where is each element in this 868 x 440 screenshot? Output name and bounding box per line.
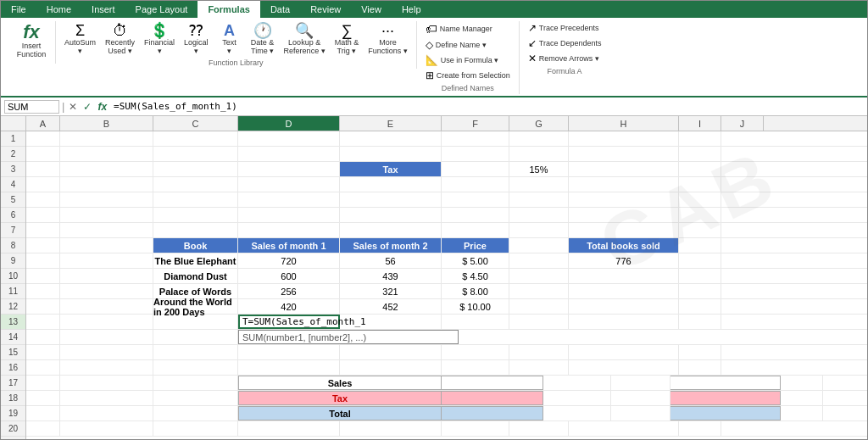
cell[interactable] <box>679 147 721 161</box>
recently-used-button[interactable]: ⏱ RecentlyUsed ▾ <box>102 21 138 57</box>
cell[interactable] <box>153 330 238 344</box>
cell[interactable] <box>509 269 569 283</box>
cell[interactable] <box>26 223 60 237</box>
cell[interactable] <box>442 315 509 329</box>
col-header-c[interactable]: C <box>153 116 238 131</box>
cell[interactable] <box>679 421 721 436</box>
cell[interactable] <box>679 238 721 253</box>
row-num-12[interactable]: 12 <box>1 299 25 315</box>
cell[interactable] <box>569 162 679 176</box>
cell[interactable] <box>153 223 238 237</box>
cell[interactable] <box>509 192 569 207</box>
cell[interactable] <box>721 238 867 253</box>
col-header-d[interactable]: D <box>238 116 340 131</box>
row-num-9[interactable]: 9 <box>1 253 25 269</box>
cell[interactable] <box>679 162 721 176</box>
cell[interactable] <box>26 162 60 176</box>
cell[interactable] <box>238 223 340 237</box>
cell[interactable] <box>569 147 679 161</box>
cell[interactable] <box>721 269 867 283</box>
cell[interactable] <box>340 177 442 192</box>
confirm-button[interactable]: ✓ <box>81 101 93 113</box>
cell[interactable] <box>509 360 569 375</box>
cell[interactable] <box>442 208 509 222</box>
cell[interactable] <box>238 360 340 375</box>
cell[interactable] <box>340 360 442 375</box>
cell[interactable] <box>509 147 569 161</box>
cell[interactable] <box>569 421 679 436</box>
cell[interactable] <box>60 253 153 268</box>
trace-dependents-button[interactable]: ↙ Trace Dependents <box>525 36 605 50</box>
cell[interactable] <box>26 192 60 207</box>
cell-c9[interactable]: The Blue Elephant <box>153 253 238 268</box>
cell[interactable] <box>26 315 60 329</box>
cell[interactable] <box>721 147 867 161</box>
cell-e19[interactable] <box>442 406 543 421</box>
cell[interactable] <box>509 208 569 222</box>
cell[interactable] <box>26 269 60 283</box>
cell[interactable] <box>26 131 60 146</box>
row-num-4[interactable]: 4 <box>1 177 25 192</box>
cell[interactable] <box>60 192 153 207</box>
cell[interactable] <box>60 376 153 390</box>
cell[interactable] <box>721 162 867 176</box>
cell[interactable] <box>60 238 153 253</box>
cell-f9[interactable]: $ 5.00 <box>442 253 509 268</box>
cell[interactable] <box>442 345 509 359</box>
cell[interactable] <box>60 299 153 314</box>
cell-h19[interactable] <box>670 406 781 421</box>
cell[interactable] <box>26 376 60 390</box>
tab-help[interactable]: Help <box>392 1 431 18</box>
cell-d11[interactable]: 256 <box>238 284 340 298</box>
cell-c8-book[interactable]: Book <box>153 238 238 253</box>
cell[interactable] <box>543 406 611 421</box>
cell-e11[interactable]: 321 <box>340 284 442 298</box>
cell[interactable] <box>721 345 867 359</box>
cell[interactable] <box>543 376 611 390</box>
cell-d18-tax[interactable]: Tax <box>238 391 442 405</box>
cell-c10[interactable]: Diamond Dust <box>153 269 238 283</box>
row-num-14[interactable]: 14 <box>1 330 25 345</box>
cell[interactable] <box>611 406 670 421</box>
cell[interactable] <box>26 406 60 421</box>
cell[interactable] <box>611 391 670 405</box>
cell[interactable] <box>569 269 679 283</box>
cell[interactable] <box>442 223 509 237</box>
cell[interactable] <box>721 284 867 298</box>
cell[interactable] <box>569 131 679 146</box>
insert-function-button[interactable]: fx InsertFunction <box>13 21 50 60</box>
cell[interactable] <box>26 177 60 192</box>
cell[interactable] <box>153 360 238 375</box>
cell[interactable] <box>26 421 60 436</box>
cell[interactable] <box>509 421 569 436</box>
cell-g3-15pct[interactable]: 15% <box>509 162 569 176</box>
cell[interactable] <box>679 315 721 329</box>
cell[interactable] <box>153 208 238 222</box>
date-time-button[interactable]: 🕐 Date &Time ▾ <box>248 21 278 57</box>
cell[interactable] <box>153 406 238 421</box>
row-num-11[interactable]: 11 <box>1 284 25 299</box>
cell[interactable] <box>60 147 153 161</box>
cell[interactable] <box>721 315 867 329</box>
row-num-20[interactable]: 20 <box>1 421 25 437</box>
cell[interactable] <box>721 360 867 375</box>
cell-d10[interactable]: 600 <box>238 269 340 283</box>
cell[interactable] <box>679 299 721 314</box>
cell[interactable] <box>26 147 60 161</box>
cell[interactable] <box>238 421 340 436</box>
row-num-6[interactable]: 6 <box>1 208 25 223</box>
cell-h8-total[interactable]: Total books sold <box>569 238 679 253</box>
cell[interactable] <box>60 345 153 359</box>
cell[interactable] <box>442 192 509 207</box>
cell[interactable] <box>153 177 238 192</box>
cell[interactable] <box>823 406 867 421</box>
cell[interactable] <box>340 223 442 237</box>
cell-e12[interactable]: 452 <box>340 299 442 314</box>
cell[interactable] <box>442 162 509 176</box>
cell-h17[interactable] <box>670 376 781 390</box>
cell[interactable] <box>26 238 60 253</box>
cell[interactable] <box>153 162 238 176</box>
cell-d17-sales[interactable]: Sales <box>238 376 442 390</box>
cell-f12[interactable]: $ 10.00 <box>442 299 509 314</box>
row-num-10[interactable]: 10 <box>1 269 25 284</box>
